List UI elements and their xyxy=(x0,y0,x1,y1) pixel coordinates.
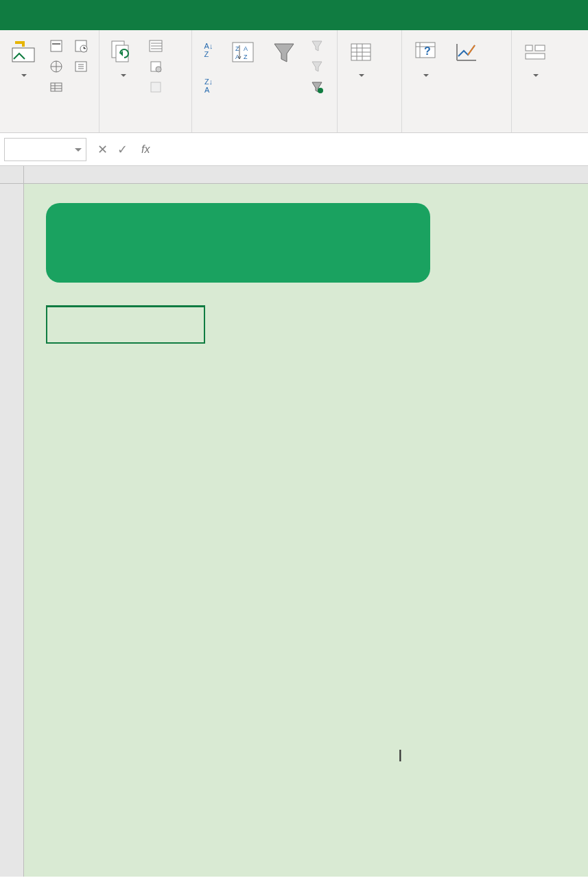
sort-button[interactable]: ZAAZ xyxy=(222,34,263,71)
clear-filter-icon[interactable] xyxy=(308,37,326,55)
ribbon-group-outline xyxy=(512,30,580,132)
fx-icon[interactable]: fx xyxy=(134,143,156,156)
from-web-icon[interactable] xyxy=(47,58,65,75)
edit-links-icon[interactable] xyxy=(147,78,165,96)
sheet-area[interactable]: I xyxy=(24,184,588,877)
get-data-icon xyxy=(8,37,38,67)
reapply-icon[interactable] xyxy=(308,58,326,75)
whatif-icon: ? xyxy=(410,37,440,67)
ribbon-toolbar: A↓Z Z↓A ZAAZ xyxy=(0,30,588,133)
advanced-filter-icon[interactable] xyxy=(308,78,326,96)
title-box xyxy=(46,203,430,283)
from-table-icon[interactable] xyxy=(47,78,65,96)
svg-rect-13 xyxy=(151,82,161,92)
name-box[interactable] xyxy=(4,138,86,161)
get-data-button[interactable] xyxy=(3,34,44,84)
forecast-icon xyxy=(451,37,482,67)
data-tools-icon xyxy=(346,37,376,67)
svg-rect-23 xyxy=(526,45,532,51)
svg-rect-4 xyxy=(51,83,62,91)
sort-asc-icon[interactable]: A↓Z xyxy=(198,40,219,60)
refresh-all-label xyxy=(119,69,126,81)
svg-rect-25 xyxy=(526,54,545,59)
properties-icon[interactable] xyxy=(147,58,165,75)
column-headers xyxy=(0,166,588,184)
formula-buttons: ✕ ✓ xyxy=(91,142,134,157)
ribbon-group-get-transform xyxy=(0,30,99,132)
from-text-icon[interactable] xyxy=(47,37,65,55)
outline-icon xyxy=(520,37,550,67)
ribbon-group-label xyxy=(405,128,508,131)
svg-text:A: A xyxy=(244,45,248,52)
spreadsheet-grid: I xyxy=(0,166,588,877)
forecast-button[interactable] xyxy=(446,34,487,71)
data-tools-label xyxy=(357,69,364,81)
ribbon-group-forecast: ? xyxy=(402,30,512,132)
ribbon-group-label xyxy=(195,128,334,131)
svg-point-19 xyxy=(318,88,323,93)
queries-icon[interactable] xyxy=(147,37,165,55)
sort-desc-icon[interactable]: Z↓A xyxy=(198,75,219,96)
ribbon-group-label xyxy=(3,128,96,131)
svg-rect-1 xyxy=(51,40,62,51)
recent-sources-icon[interactable] xyxy=(72,37,90,55)
ribbon-group-sort-filter: A↓Z Z↓A ZAAZ xyxy=(192,30,338,132)
select-all-corner[interactable] xyxy=(0,166,24,183)
svg-text:A: A xyxy=(235,54,239,60)
row-headers xyxy=(0,184,24,877)
svg-text:Z: Z xyxy=(244,54,248,60)
formula-bar: ✕ ✓ fx xyxy=(0,133,588,166)
refresh-all-button[interactable] xyxy=(102,34,143,84)
svg-text:Z: Z xyxy=(235,45,239,52)
whatif-label xyxy=(422,69,429,81)
outline-button[interactable] xyxy=(515,34,556,84)
get-data-label xyxy=(20,69,27,81)
filter-button[interactable] xyxy=(263,34,305,71)
whatif-button[interactable]: ? xyxy=(405,34,446,84)
svg-rect-24 xyxy=(535,45,545,51)
svg-text:?: ? xyxy=(424,45,431,57)
ribbon-tabs xyxy=(0,0,588,30)
data-table xyxy=(46,305,205,344)
cancel-icon[interactable]: ✕ xyxy=(97,142,108,157)
svg-point-12 xyxy=(156,67,161,72)
sort-icon: ZAAZ xyxy=(228,37,258,67)
filter-icon xyxy=(269,37,299,67)
ribbon-group-query-conn xyxy=(99,30,192,132)
formula-input[interactable] xyxy=(156,147,588,152)
ribbon-group-label xyxy=(515,128,578,131)
text-cursor-icon: I xyxy=(398,746,403,766)
ribbon-group-label xyxy=(102,128,189,131)
svg-rect-2 xyxy=(52,43,60,45)
svg-rect-0 xyxy=(12,48,34,62)
data-tools-button[interactable] xyxy=(340,34,381,84)
confirm-icon[interactable]: ✓ xyxy=(117,142,128,157)
table-header-cell[interactable] xyxy=(46,305,205,344)
ribbon-group-label xyxy=(340,128,399,131)
ribbon-group-data-tools xyxy=(338,30,402,132)
outline-label xyxy=(532,69,539,81)
refresh-all-icon xyxy=(108,37,138,67)
existing-connections-icon[interactable] xyxy=(72,58,90,75)
